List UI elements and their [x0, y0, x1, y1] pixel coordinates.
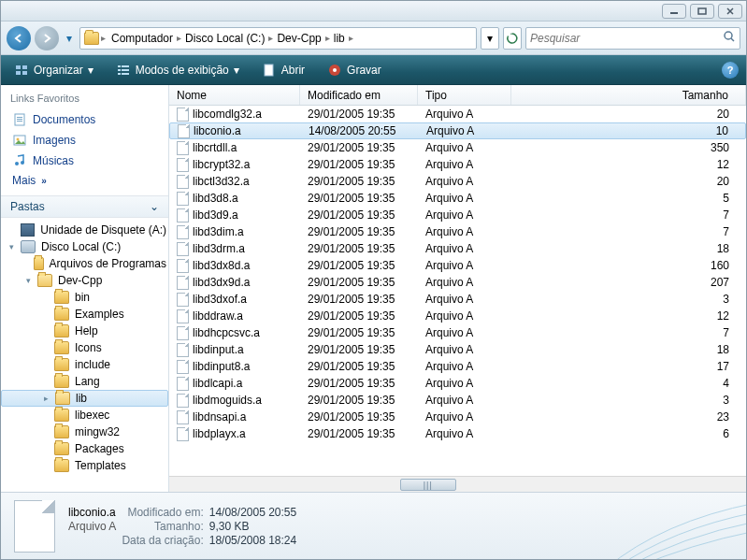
svg-rect-19	[17, 121, 22, 122]
svg-rect-11	[118, 73, 121, 75]
file-modified: 29/01/2005 19:35	[300, 410, 418, 424]
file-row[interactable]: libddraw.a29/01/2005 19:35Arquivo A12	[169, 308, 746, 324]
file-row[interactable]: libd3d9.a29/01/2005 19:35Arquivo A7	[169, 207, 746, 223]
file-row[interactable]: libd3dim.a29/01/2005 19:35Arquivo A7	[169, 223, 746, 240]
tree-item[interactable]: ▸include	[1, 356, 168, 373]
file-row[interactable]: libconio.a14/08/2005 20:55Arquivo A10	[169, 122, 746, 139]
horizontal-scrollbar[interactable]: |||	[169, 476, 746, 492]
breadcrumb-segment[interactable]: Dev-Cpp	[273, 28, 324, 49]
tree-toggle-icon[interactable]: ▾	[7, 242, 17, 252]
tree-toggle-icon[interactable]: ▾	[23, 276, 34, 286]
file-icon	[177, 242, 189, 256]
file-row[interactable]: libcrypt32.a29/01/2005 19:35Arquivo A12	[169, 156, 746, 173]
col-size[interactable]: Tamanho	[511, 85, 746, 105]
file-row[interactable]: libd3d8.a29/01/2005 19:35Arquivo A5	[169, 190, 746, 207]
folders-title: Pastas	[10, 200, 45, 213]
views-button[interactable]: Modos de exibição ▾	[110, 60, 245, 80]
file-modified: 29/01/2005 19:35	[300, 225, 418, 238]
titlebar[interactable]	[1, 1, 746, 22]
file-row[interactable]: libdnsapi.a29/01/2005 19:35Arquivo A23	[169, 409, 746, 425]
tree-item[interactable]: ▾Dev-Cpp	[1, 272, 168, 289]
folder-tree[interactable]: ▸Unidade de Disquete (A:)▾Disco Local (C…	[1, 218, 168, 492]
tree-item[interactable]: ▸Help	[1, 323, 168, 339]
file-row[interactable]: libctl3d32.a29/01/2005 19:35Arquivo A20	[169, 173, 746, 190]
breadcrumb-segment[interactable]: Disco Local (C:)	[181, 28, 268, 49]
tree-item[interactable]: ▸Unidade de Disquete (A:)	[1, 222, 168, 238]
chevron-right-icon: ▸	[349, 33, 353, 43]
refresh-button[interactable]	[503, 27, 522, 50]
breadcrumb[interactable]: ▸ Computador▸Disco Local (C:)▸Dev-Cpp▸li…	[79, 27, 477, 50]
file-row[interactable]: libd3dx9d.a29/01/2005 19:35Arquivo A207	[169, 274, 746, 291]
tree-item[interactable]: ▸mingw32	[1, 424, 168, 440]
file-row[interactable]: libdhcpcsvc.a29/01/2005 19:35Arquivo A7	[169, 324, 746, 341]
favorite-link[interactable]: Imagens	[10, 130, 159, 151]
tree-item[interactable]: ▸Templates	[1, 457, 168, 474]
file-size: 12	[511, 158, 746, 171]
close-button[interactable]	[718, 4, 742, 19]
tree-item[interactable]: ▸Icons	[1, 339, 168, 356]
help-button[interactable]: ?	[722, 62, 739, 79]
breadcrumb-segment[interactable]: lib	[330, 28, 349, 49]
tree-item[interactable]: ▸lib	[1, 390, 168, 407]
details-filename: libconio.a	[68, 506, 116, 519]
file-row[interactable]: libd3drm.a29/01/2005 19:35Arquivo A18	[169, 240, 746, 257]
file-list[interactable]: libcomdlg32.a29/01/2005 19:35Arquivo A20…	[169, 106, 746, 476]
file-row[interactable]: libdmoguids.a29/01/2005 19:35Arquivo A3	[169, 392, 746, 409]
file-size: 207	[511, 276, 746, 289]
nav-history-dropdown[interactable]: ▾	[63, 29, 76, 48]
tree-item[interactable]: ▸libexec	[1, 407, 168, 424]
tree-item[interactable]: ▸Lang	[1, 373, 168, 390]
file-row[interactable]: libcrtdll.a29/01/2005 19:35Arquivo A350	[169, 139, 746, 156]
tree-item[interactable]: ▾Disco Local (C:)	[1, 238, 168, 255]
tree-item[interactable]: ▸Examples	[1, 306, 168, 323]
open-button[interactable]: Abrir	[256, 60, 310, 80]
search-icon[interactable]	[723, 30, 736, 46]
navbar: ▾ ▸ Computador▸Disco Local (C:)▸Dev-Cpp▸…	[1, 22, 746, 55]
file-type: Arquivo A	[418, 410, 511, 424]
col-modified[interactable]: Modificado em	[300, 85, 418, 105]
tree-label: libexec	[73, 408, 111, 423]
address-dropdown[interactable]: ▾	[481, 27, 499, 50]
col-name[interactable]: Nome	[169, 85, 300, 105]
file-row[interactable]: libcomdlg32.a29/01/2005 19:35Arquivo A20	[169, 106, 746, 122]
minimize-button[interactable]	[662, 4, 686, 19]
favorite-link[interactable]: Documentos	[10, 109, 159, 130]
file-row[interactable]: libdinput.a29/01/2005 19:35Arquivo A18	[169, 341, 746, 358]
file-row[interactable]: libd3dxof.a29/01/2005 19:35Arquivo A3	[169, 291, 746, 308]
tree-toggle-icon[interactable]: ▸	[41, 394, 51, 404]
maximize-button[interactable]	[690, 4, 714, 19]
organize-button[interactable]: Organizar ▾	[8, 60, 99, 80]
back-button[interactable]	[7, 26, 31, 50]
tree-item[interactable]: ▸Arquivos de Programas	[1, 255, 168, 272]
favorite-link[interactable]: Músicas	[10, 151, 159, 171]
file-row[interactable]: libd3dx8d.a29/01/2005 19:35Arquivo A160	[169, 257, 746, 274]
tree-item[interactable]: ▸bin	[1, 289, 168, 306]
forward-button[interactable]	[35, 26, 59, 50]
folder-icon	[54, 308, 69, 321]
organize-icon	[14, 63, 29, 78]
folders-header[interactable]: Pastas ⌄	[1, 195, 168, 218]
search-box[interactable]	[525, 27, 740, 50]
burn-button[interactable]: Gravar	[322, 60, 387, 80]
file-name: libdhcpcsvc.a	[193, 326, 260, 339]
column-header[interactable]: Nome Modificado em Tipo Tamanho	[169, 85, 746, 106]
file-name: libd3drm.a	[193, 242, 245, 255]
file-modified: 29/01/2005 19:35	[300, 276, 418, 289]
file-size: 3	[511, 394, 746, 407]
file-size: 18	[511, 242, 746, 255]
file-icon	[177, 410, 189, 424]
tree-label: Dev-Cpp	[56, 273, 104, 288]
folder-icon	[54, 341, 69, 354]
scrollbar-thumb[interactable]: |||	[400, 479, 456, 491]
more-link[interactable]: Mais »	[10, 171, 159, 190]
file-icon	[177, 225, 189, 239]
search-input[interactable]	[530, 32, 723, 45]
breadcrumb-segment[interactable]: Computador	[108, 28, 177, 49]
file-row[interactable]: libdplayx.a29/01/2005 19:35Arquivo A6	[169, 425, 746, 442]
svg-rect-13	[265, 65, 273, 76]
tree-item[interactable]: ▸Packages	[1, 440, 168, 457]
file-row[interactable]: libdlcapi.a29/01/2005 19:35Arquivo A4	[169, 375, 746, 392]
file-row[interactable]: libdinput8.a29/01/2005 19:35Arquivo A17	[169, 358, 746, 375]
col-type[interactable]: Tipo	[418, 85, 511, 105]
file-modified: 29/01/2005 19:35	[300, 259, 418, 272]
